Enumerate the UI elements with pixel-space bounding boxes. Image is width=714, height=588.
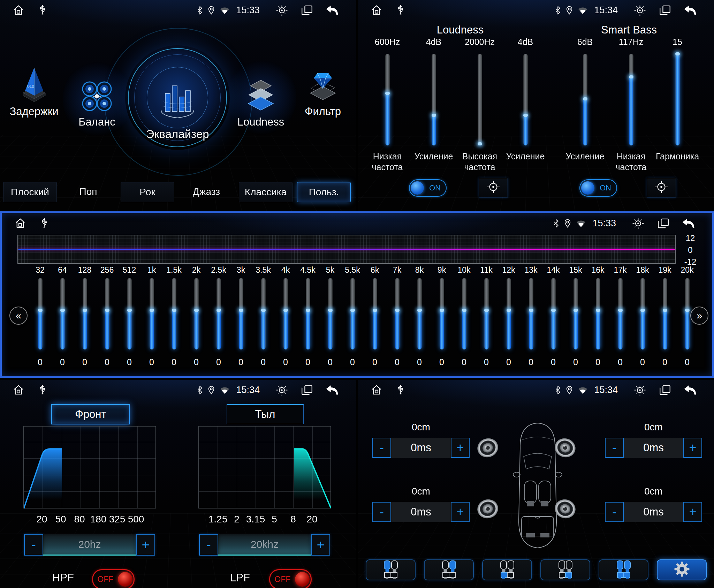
back-icon[interactable]	[684, 385, 697, 395]
brightness-icon[interactable]	[275, 4, 288, 17]
band-slider[interactable]	[596, 278, 600, 349]
slider-track[interactable]	[675, 54, 680, 145]
back-icon[interactable]	[684, 5, 697, 16]
lpf-plus-button[interactable]: +	[311, 534, 330, 556]
menu-item-delays[interactable]: 010 Задержки	[9, 65, 59, 118]
slider-fill	[629, 77, 633, 145]
band-frequency: 6k	[371, 265, 379, 275]
band-slider[interactable]	[640, 278, 645, 349]
lpf-minus-button[interactable]: -	[199, 534, 218, 556]
back-icon[interactable]	[682, 218, 695, 229]
menu-item-filter[interactable]: Фильтр	[298, 66, 347, 118]
home-button[interactable]	[371, 384, 382, 396]
band-slider[interactable]	[440, 278, 444, 349]
band-frequency: 16k	[591, 265, 604, 275]
preset-tab-3[interactable]: Рок	[121, 182, 174, 202]
band-slider[interactable]	[306, 278, 310, 349]
band-slider[interactable]	[574, 278, 578, 349]
brightness-icon[interactable]	[633, 384, 646, 397]
back-icon[interactable]	[326, 385, 339, 395]
band-slider[interactable]	[60, 278, 65, 349]
slider-track[interactable]	[583, 54, 587, 145]
brightness-icon[interactable]	[633, 4, 646, 17]
brightness-icon[interactable]	[632, 217, 645, 230]
band-slider[interactable]	[507, 278, 511, 349]
band-slider[interactable]	[373, 278, 377, 349]
delay-plus-button[interactable]: +	[451, 438, 470, 458]
band-slider[interactable]	[685, 278, 690, 349]
delay-minus-button[interactable]: -	[605, 438, 624, 458]
home-button[interactable]	[14, 217, 26, 229]
home-button[interactable]	[371, 4, 382, 16]
lpf-toggle[interactable]: OFF	[269, 569, 312, 588]
menu-item-loudness[interactable]: Loudness	[236, 77, 285, 128]
home-button[interactable]	[13, 4, 24, 16]
slider-track[interactable]	[432, 54, 436, 145]
band-slider[interactable]	[239, 278, 243, 349]
home-button[interactable]	[13, 384, 24, 396]
hpf-minus-button[interactable]: -	[24, 534, 43, 556]
recent-apps-icon[interactable]	[301, 385, 313, 395]
band-slider[interactable]	[663, 278, 667, 349]
tab-rear[interactable]: Тыл	[227, 404, 304, 424]
band-slider[interactable]	[328, 278, 333, 349]
hpf-frequency-value[interactable]: 20hz	[43, 534, 136, 556]
band-slider[interactable]	[350, 278, 355, 349]
position-button-rear-right-seat[interactable]	[540, 559, 590, 580]
recent-apps-icon[interactable]	[659, 385, 671, 395]
delay-plus-button[interactable]: +	[683, 502, 702, 522]
band-slider[interactable]	[395, 278, 400, 349]
band-slider[interactable]	[172, 278, 176, 349]
recent-apps-icon[interactable]	[658, 218, 669, 229]
band-slider[interactable]	[217, 278, 221, 349]
preset-tab-5[interactable]: Классика	[239, 182, 293, 202]
band-slider[interactable]	[618, 278, 623, 349]
preset-tab-1[interactable]: Плоский	[3, 182, 57, 202]
band-slider[interactable]	[194, 278, 199, 349]
brightness-icon[interactable]	[275, 384, 288, 397]
recent-apps-icon[interactable]	[659, 5, 671, 16]
band-slider[interactable]	[484, 278, 489, 349]
smart-bass-target-button[interactable]	[647, 178, 676, 197]
delay-minus-button[interactable]: -	[372, 438, 391, 458]
scroll-right-button[interactable]: »	[690, 307, 708, 325]
band-slider[interactable]	[150, 278, 154, 349]
menu-item-balance[interactable]: Баланс	[73, 78, 121, 128]
preset-tab-6[interactable]: Польз.	[297, 182, 351, 202]
hpf-toggle[interactable]: OFF	[92, 569, 135, 588]
preset-tab-2[interactable]: Поп	[62, 182, 115, 202]
band-slider[interactable]	[462, 278, 466, 349]
delay-plus-button[interactable]: +	[451, 502, 470, 522]
hpf-plus-button[interactable]: +	[136, 534, 155, 556]
loudness-toggle[interactable]: ON	[409, 179, 447, 197]
delay-minus-button[interactable]: -	[372, 502, 391, 522]
position-button-front-right-seat[interactable]	[424, 559, 474, 580]
delay-minus-button[interactable]: -	[605, 502, 624, 522]
slider-track[interactable]	[385, 54, 390, 145]
position-button-all-seats[interactable]	[599, 559, 648, 580]
recent-apps-icon[interactable]	[301, 5, 313, 16]
tab-front[interactable]: Фронт	[51, 404, 130, 424]
delay-plus-button[interactable]: +	[683, 438, 702, 458]
loudness-target-button[interactable]	[479, 178, 508, 197]
lpf-frequency-value[interactable]: 20khz	[218, 534, 311, 556]
preset-tab-4[interactable]: Джазз	[180, 182, 233, 202]
band-slider[interactable]	[105, 278, 109, 349]
band-slider[interactable]	[529, 278, 533, 349]
position-button-rear-left-seat[interactable]	[482, 559, 532, 580]
band-slider[interactable]	[83, 278, 87, 349]
scroll-left-button[interactable]: «	[9, 307, 28, 325]
band-slider[interactable]	[38, 278, 43, 349]
smart-bass-toggle[interactable]: ON	[579, 179, 617, 197]
position-button-front-left-seat[interactable]	[366, 559, 416, 580]
band-slider[interactable]	[283, 278, 288, 349]
position-button-settings[interactable]	[657, 559, 707, 580]
slider-track[interactable]	[629, 54, 633, 145]
band-slider[interactable]	[417, 278, 422, 349]
back-icon[interactable]	[326, 5, 339, 16]
band-slider[interactable]	[261, 278, 266, 349]
band-slider[interactable]	[127, 278, 132, 349]
slider-track[interactable]	[478, 54, 482, 145]
slider-track[interactable]	[523, 54, 528, 145]
band-slider[interactable]	[551, 278, 556, 349]
